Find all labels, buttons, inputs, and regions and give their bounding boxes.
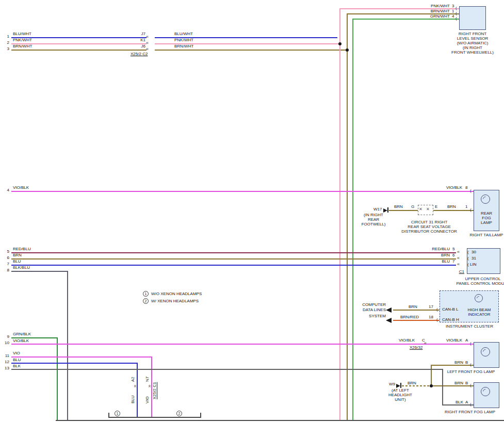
wire-v-blu [137, 363, 138, 417]
label-w17-location: (IN RIGHT REAR FOOTWELL) [358, 213, 389, 226]
label-row4-color: VIO/BLK [13, 185, 29, 190]
label-row7-num: 7 [1, 262, 9, 266]
wire-can-brn [393, 310, 440, 311]
label-cluster-can-b-h: CAN-B H [442, 317, 459, 322]
connector-chevron-icon: « [457, 262, 459, 267]
wire-rff-blk [442, 404, 474, 405]
label-module-pin-31: 31 [472, 256, 476, 261]
data-flow-arrow-icon [386, 318, 392, 323]
label-row8-color: BLK/BLU [13, 265, 30, 270]
wire-v-lff-brn [431, 365, 432, 385]
label-cluster-pin-18: 18 [429, 315, 433, 319]
legend-circle-2: 2 [143, 298, 149, 304]
wire-row8-blk-blu [11, 271, 67, 272]
connector-chevron-icon: « [457, 249, 459, 254]
pin-socket-icon: ( [470, 362, 472, 367]
lamp-symbol-icon [481, 347, 490, 356]
splice-arrow-icon [396, 384, 400, 388]
wire-sensor-grn-wht [352, 19, 459, 20]
label-can-wire-brnred: BRN/RED [400, 315, 419, 319]
label-w17-pin-e: E [435, 204, 437, 209]
option2-circle: 2 [176, 411, 182, 416]
label-lff-pin-a: A [465, 338, 468, 343]
label-row10-num: 10 [0, 340, 9, 345]
wire-w9-bar [400, 383, 401, 388]
label-module-pin-lin: LIN [470, 262, 476, 267]
label-row13-color: BLK [13, 364, 21, 368]
label-row9-num: 9 [1, 334, 9, 339]
label-row1-num: 1 [1, 34, 9, 39]
label-rff-pin-b: B [465, 381, 468, 385]
label-rff-pin-a: A [465, 400, 468, 404]
label-sensor-pin-1: 1 [452, 9, 454, 13]
label-connector-x25-2-c2: X25/2 C2 [131, 52, 148, 56]
wire-row5-red-blu [11, 252, 456, 253]
wire-v-blk-blu [67, 271, 68, 420]
label-rff-wire-blk: BLK [450, 400, 463, 404]
label-w17-wire-brn: BRN [394, 204, 403, 209]
legend-item-2: W/ XENON HEADLAMPS [151, 299, 199, 303]
pin-socket-icon: ( [456, 16, 457, 21]
label-row2-pin: K1 [130, 38, 145, 42]
label-bottom-blu: BLU [131, 391, 136, 403]
lamp-symbol-icon [475, 294, 483, 302]
label-row3-color-b: BRN/WHT [174, 44, 193, 48]
label-computer-line3: SYSTEM [354, 314, 386, 318]
pin-socket-icon: ( [456, 6, 457, 10]
label-row3-color: BRN/WHT [13, 44, 32, 48]
label-row4-num: 4 [1, 188, 9, 192]
data-flow-arrow-icon [386, 307, 392, 313]
label-w9-wire-brn: BRN [408, 381, 416, 385]
pin-socket-icon: ( [436, 317, 438, 322]
high-beam-indicator-label: HIGH BEAM INDICATOR [461, 307, 497, 317]
pin-socket-icon: ( [436, 307, 438, 312]
wire-row7-blu [11, 265, 456, 266]
wire-v-pnk-wht [339, 8, 340, 420]
wire-row10-vio-blk [11, 344, 474, 345]
label-row1-pin: J7 [130, 31, 145, 36]
terminal-x-icon: ✕ [426, 207, 430, 212]
label-lff-wire-brn: BRN [450, 360, 463, 365]
label-bottom-pin-a2: A2 [131, 374, 136, 382]
label-module-connector-c1: C1 [451, 269, 464, 274]
circuit31-connector-label: CIRCUIT 31 RIGHT REAR SEAT VOLTAGE DISTR… [395, 220, 463, 234]
wire-row4-vio-blk [11, 191, 474, 192]
label-row1-color: BLU/WHT [13, 31, 31, 36]
junction-dot [346, 48, 349, 52]
label-row2-num: 2 [1, 40, 9, 45]
wire-row3-brn-wht-b [155, 50, 347, 51]
label-row2-color: PNK/WHT [13, 38, 32, 42]
pin-socket-icon: ( [470, 188, 472, 193]
label-row11-color: VIO [13, 351, 20, 355]
pin-socket-icon: ( [456, 11, 457, 15]
label-sensor-wire-grn: GRN/WHT [423, 14, 450, 19]
label-row10-color-m: VIO/BLK [392, 338, 415, 343]
label-row10-color: VIO/BLK [13, 338, 29, 343]
label-row2-color-b: PNK/WHT [174, 38, 193, 42]
wire-w9-brn-dash [402, 385, 431, 386]
label-w9-name: W9 [389, 382, 395, 386]
junction-dot [338, 42, 342, 45]
label-w17-name: W17 [373, 207, 382, 212]
wire-v-grn-blk [57, 337, 58, 420]
label-row6-num: 6 [1, 255, 9, 260]
wire-bottom-rail [56, 420, 504, 421]
wire-row13-blk [11, 369, 442, 370]
connector-chevron-icon: « [146, 34, 148, 39]
label-row7-color: BLU [13, 259, 21, 264]
lamp-symbol-icon [481, 194, 490, 204]
wire-row11-vio [11, 356, 151, 358]
label-row5-color-r: RED/BLU [425, 247, 450, 251]
pin-socket-icon: ( [467, 250, 469, 254]
label-sensor-pin-3: 3 [452, 4, 454, 8]
level-sensor-label: RIGHT FRONT LEVEL SENSOR (W/O AIRMATIC) … [446, 31, 499, 55]
wire-w17-brn-b [433, 210, 474, 211]
wire-v-rff-blk [442, 369, 443, 404]
label-w17-pin-g: G [411, 204, 414, 209]
label-row12-color: BLU [13, 358, 21, 362]
wire-row6-brn [11, 258, 456, 259]
label-row5-color: RED/BLU [13, 247, 31, 251]
connector-chevron-icon: « [147, 385, 152, 387]
wire-can-brn-red [393, 320, 440, 321]
left-front-fog-lamp-label: LEFT FRONT FOG LAMP [442, 369, 500, 374]
